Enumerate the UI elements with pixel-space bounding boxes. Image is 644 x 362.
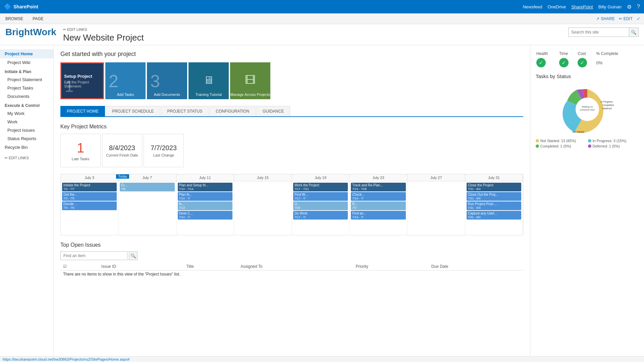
gantt-bar[interactable]: Find W...7/17 - 7/ [293, 192, 348, 201]
gantt-col-2: Cr...7/6 [118, 181, 176, 235]
gantt-col-jul15: July 15 [234, 174, 292, 181]
sidebar-item-my-work[interactable]: My Work [0, 109, 53, 118]
url-bar: https://bw.sharepoint-cloud.net/bw30863/… [0, 356, 644, 360]
issues-search-input[interactable] [60, 251, 127, 260]
search-wrapper: 🔍 [568, 27, 639, 37]
tab-project-status[interactable]: PROJECT STATUS [161, 106, 209, 116]
card-add-documents[interactable]: 3 Add Documents [147, 62, 187, 99]
gantt-bar[interactable]: R...7/2 [351, 201, 406, 210]
fullscreen-action[interactable]: ⤢ [637, 16, 640, 21]
pct-complete: 0% [596, 58, 638, 67]
gantt-bar[interactable]: Decide ...7/3 - 7/5 [62, 201, 117, 210]
search-input[interactable] [569, 28, 629, 37]
card-3-label: Add Documents [147, 93, 187, 97]
label-in-progress: In Progress [601, 101, 613, 103]
col-issue-id: Issue ID [99, 263, 184, 270]
gantt-bar[interactable]: Capture any Usef...7/31 - 8/4 [467, 211, 521, 220]
card-4-label: Training Tutorial [189, 93, 229, 97]
sidebar-item-project-wiki[interactable]: Project Wiki [0, 58, 53, 67]
gantt-bar[interactable]: Check...7/24 - 7/ [351, 192, 406, 201]
sharepoint-link[interactable]: SharePoint [571, 4, 593, 9]
pie-chart: Waiting on someone else In Progress Comp… [554, 82, 621, 136]
card-manage-projects[interactable]: 🎞 Manage Across Projects [230, 62, 270, 99]
tab-project-schedule[interactable]: PROJECT SCHEDULE [106, 106, 160, 116]
gantt-bar[interactable]: Find an...7/24 - 7/ [351, 211, 406, 220]
health-status: ✓ [536, 58, 558, 67]
top-nav-right: Newsfeed OneDrive SharePoint Billy Guina… [523, 4, 640, 10]
status-table: Health Time Cost % Complete ✓ ✓ ✓ 0% [536, 51, 639, 68]
sidebar-item-documents[interactable]: Documents [0, 92, 53, 101]
gantt-bar[interactable]: Close Out the Proj...7/31 - 8/4 [467, 192, 521, 201]
sidebar-item-project-statement[interactable]: Project Statement [0, 75, 53, 84]
gantt-bar[interactable]: Close the Project7/31 - 8/4 [467, 183, 521, 191]
gantt-col-4 [234, 181, 292, 235]
card-add-tasks[interactable]: 2 Add Tasks [105, 62, 146, 99]
ribbon-page[interactable]: PAGE [31, 16, 45, 22]
gantt-bar[interactable]: U...7/20 [293, 201, 348, 210]
gantt-bar[interactable]: Run Project Post-...7/31 - 8/4 [467, 201, 521, 210]
top-nav-brand[interactable]: SharePoint [13, 4, 38, 9]
tab-project-home[interactable]: PROJECT HOME [60, 106, 105, 116]
col-time: Time [559, 51, 577, 57]
legend-dot-in-progress [588, 139, 591, 142]
late-tasks-value: 1 [77, 140, 84, 156]
ribbon-browse[interactable]: BROWSE [4, 16, 24, 22]
issues-search-button[interactable]: 🔍 [129, 251, 138, 260]
late-tasks-label: Late Tasks [72, 157, 89, 161]
card-5-label: Manage Across Projects [230, 93, 270, 97]
header-area: BrightWork ✏ EDIT LINKS New Website Proj… [0, 24, 644, 45]
gantt-col-8: Close the Project7/31 - 8/4 Close Out th… [465, 181, 523, 235]
get-started-title: Get started with your project [60, 51, 523, 58]
question-icon[interactable]: ? [637, 4, 640, 10]
pie-container: Waiting on someone else In Progress Comp… [536, 82, 639, 148]
gantt-bar[interactable]: Cr...7/6 [120, 183, 174, 191]
gantt-bar[interactable]: N...7/13 [178, 201, 232, 210]
sidebar-item-status-reports[interactable]: Status Reports [0, 134, 53, 143]
cost-icon: ✓ [578, 58, 587, 67]
gantt-bar[interactable]: Get the...7/3 - 7/5 [62, 192, 117, 201]
gantt-bar[interactable]: Track and Re-Plan...7/24 - 7/28 [351, 183, 406, 191]
gantt-bar[interactable]: Work the Project7/17 - 7/21 [293, 183, 348, 191]
card-training-tutorial[interactable]: 🖥 Training Tutorial [189, 62, 229, 99]
user-menu[interactable]: Billy Guinan [598, 4, 622, 9]
sidebar-item-recycle-bin[interactable]: Recycle Bin [0, 143, 53, 152]
sidebar-item-work[interactable]: Work [0, 118, 53, 126]
share-action[interactable]: ↗ SHARE [596, 16, 614, 21]
edit-action[interactable]: ✏ EDIT [619, 16, 633, 21]
tab-guidance[interactable]: GUIDANCE [256, 106, 290, 116]
gantt-bar[interactable]: Do Work7/17 - 7/ [293, 211, 348, 220]
gantt-bar[interactable]: Desk C...7/10 - 7/ [178, 211, 232, 220]
edit-links-label-header[interactable]: ✏ EDIT LINKS [63, 27, 568, 32]
gantt-bar[interactable]: Plan th...7/10 - 7/ [178, 192, 232, 201]
edit-icon: ✏ [619, 16, 622, 21]
top-nav-left: 🔷 SharePoint [4, 3, 38, 10]
chart-title: Tasks by Status [536, 73, 639, 79]
settings-icon[interactable]: ⚙ [627, 4, 632, 10]
gantt-bar[interactable]: Initiate the Project7/3 - 7/7 [62, 183, 117, 191]
sidebar-item-project-home[interactable]: Project Home [0, 49, 53, 58]
col-title: Title [184, 263, 238, 270]
search-button[interactable]: 🔍 [629, 28, 638, 37]
legend-in-progress: In Progress: 3 (15%) [588, 139, 639, 143]
gantt-bar[interactable]: Plan and Setup th...7/10 - 7/14 [178, 183, 232, 191]
cards-row: Setup Project Edit the Project Statement… [60, 62, 523, 99]
sidebar-item-project-tasks[interactable]: Project Tasks [0, 84, 53, 92]
gantt-col-jul3: July 3 [61, 174, 118, 181]
last-change-label: Last Change [153, 153, 174, 157]
col-health: Health [536, 51, 558, 57]
label-deferred: Deferred [602, 107, 611, 110]
card-setup-project[interactable]: Setup Project Edit the Project Statement… [60, 62, 104, 99]
tab-configuration[interactable]: CONFIGURATION [209, 106, 256, 116]
issues-search: 🔍 [60, 251, 523, 260]
sidebar-edit-links[interactable]: ✏ EDIT LINKS [0, 152, 53, 162]
col-checkbox: ☑ [60, 263, 99, 270]
onedrive-link[interactable]: OneDrive [547, 4, 566, 9]
sharepoint-logo-icon: 🔷 [4, 3, 11, 10]
ribbon: BROWSE PAGE ↗ SHARE ✏ EDIT ⤢ [0, 13, 644, 24]
gantt-col-7 [408, 181, 465, 235]
main-layout: Project Home Project Wiki Initiate & Pla… [0, 45, 644, 360]
pie-legend: Not Started: 13 (65%) In Progress: 3 (15… [536, 139, 639, 148]
last-change-value: 7/7/2023 [151, 144, 177, 152]
newsfeed-link[interactable]: Newsfeed [523, 4, 542, 9]
sidebar-item-project-issues[interactable]: Project Issues [0, 126, 53, 134]
